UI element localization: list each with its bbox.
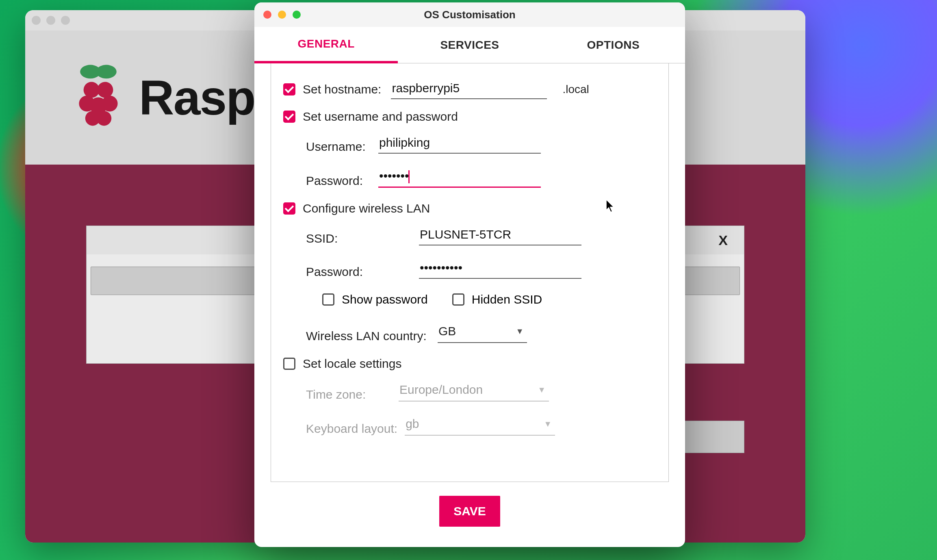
tab-label: GENERAL [297,37,354,50]
chevron-down-icon: ▼ [538,385,546,395]
hostname-suffix: .local [562,83,589,96]
os-customisation-modal: OS Customisation GENERAL SERVICES OPTION… [254,2,685,547]
tab-label: OPTIONS [587,39,640,52]
configure-wifi-label: Configure wireless LAN [303,202,430,215]
wifi-country-value: GB [438,324,456,338]
hidden-ssid-checkbox[interactable] [452,293,464,306]
set-locale-checkbox[interactable] [283,358,295,370]
wifi-password-input[interactable]: •••••••••• [419,259,581,279]
configure-wifi-checkbox[interactable] [283,202,295,215]
general-panel: Set hostname: .local Set username and pa… [271,63,669,482]
save-button-label: SAVE [453,504,486,518]
chevron-down-icon: ▼ [544,419,552,429]
username-input[interactable] [378,134,541,154]
show-password-label: Show password [342,293,428,306]
username-label: Username: [306,140,371,154]
set-hostname-checkbox[interactable] [283,83,295,96]
keyboard-select: gb ▼ [405,415,555,436]
timezone-label: Time zone: [306,388,391,402]
wifi-country-label: Wireless LAN country: [306,329,430,343]
password-input[interactable]: ••••••• [378,167,541,188]
keyboard-value: gb [406,417,419,431]
cursor-icon [605,199,616,216]
set-locale-label: Set locale settings [303,357,401,371]
tab-label: SERVICES [440,39,499,52]
set-user-checkbox[interactable] [283,111,295,123]
set-hostname-label: Set hostname: [303,82,381,96]
text-caret [408,170,410,183]
modal-title: OS Customisation [254,9,685,21]
tab-general[interactable]: GENERAL [254,27,398,63]
keyboard-label: Keyboard layout: [306,422,397,436]
ssid-input[interactable] [419,226,581,245]
wifi-password-mask: •••••••••• [420,261,462,274]
timezone-select: Europe/London ▼ [399,381,549,402]
wifi-password-label: Password: [306,265,412,279]
set-user-label: Set username and password [303,110,458,124]
password-label: Password: [306,174,371,188]
tabs: GENERAL SERVICES OPTIONS [254,27,685,63]
tab-options[interactable]: OPTIONS [542,27,685,63]
hostname-input[interactable] [391,80,547,99]
save-button[interactable]: SAVE [439,496,500,527]
show-password-checkbox[interactable] [322,293,334,306]
chevron-down-icon: ▼ [516,327,524,336]
modal-titlebar: OS Customisation [254,2,685,27]
hidden-ssid-label: Hidden SSID [472,293,542,306]
ssid-label: SSID: [306,232,412,245]
wifi-country-select[interactable]: GB ▼ [438,323,527,343]
password-mask: ••••••• [379,169,409,182]
timezone-value: Europe/London [399,383,483,397]
tab-services[interactable]: SERVICES [398,27,541,63]
